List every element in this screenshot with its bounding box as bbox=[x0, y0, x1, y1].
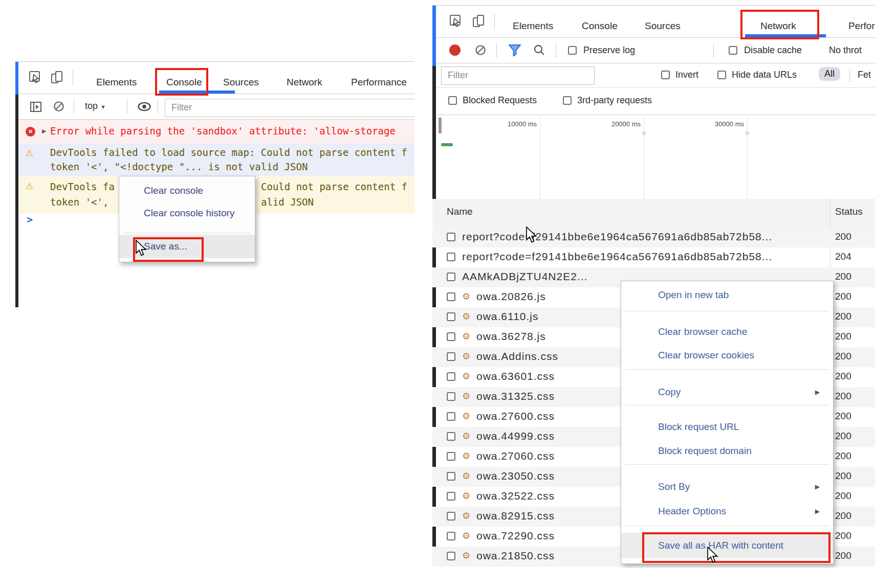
clear-icon[interactable] bbox=[475, 44, 487, 58]
row-checkbox[interactable] bbox=[447, 452, 455, 461]
expand-triangle-icon[interactable]: ▶ bbox=[42, 128, 46, 134]
row-checkbox[interactable] bbox=[447, 472, 455, 481]
network-context-menu: Open in new tab Clear browser cache Clea… bbox=[621, 281, 834, 564]
console-toolbar: top ▼ Filter bbox=[18, 94, 414, 120]
context-selector[interactable]: top ▼ bbox=[85, 101, 106, 111]
row-checkbox[interactable] bbox=[447, 372, 455, 381]
divider bbox=[127, 100, 127, 114]
divider bbox=[158, 100, 158, 114]
network-row[interactable]: report?code=f29141bbe6e1964ca567691a6db8… bbox=[432, 228, 875, 247]
row-checkbox[interactable] bbox=[447, 492, 455, 501]
inspect-icon[interactable] bbox=[29, 71, 42, 86]
hide-data-urls-checkbox[interactable] bbox=[717, 71, 726, 79]
row-checkbox[interactable] bbox=[447, 392, 455, 401]
error-message: Error while parsing the 'sandbox' attrib… bbox=[50, 125, 396, 137]
console-filter-input[interactable]: Filter bbox=[165, 99, 414, 117]
timeline-tick-label: 20000 ms bbox=[595, 120, 641, 128]
request-name: owa.72290.css bbox=[476, 530, 555, 542]
status-column-header[interactable]: Status bbox=[835, 206, 863, 217]
row-checkbox[interactable] bbox=[447, 312, 455, 321]
tab-elements[interactable]: Elements bbox=[513, 20, 553, 32]
menu-item-copy[interactable]: Copy ▶ bbox=[621, 381, 833, 403]
devtools-console-panel: Elements Console Sources Network Perform… bbox=[15, 61, 414, 307]
overview-scrubber[interactable] bbox=[439, 118, 442, 133]
clear-console-icon[interactable] bbox=[53, 101, 65, 115]
request-status: 200 bbox=[835, 311, 851, 322]
menu-item-open-in-new-tab[interactable]: Open in new tab bbox=[621, 284, 833, 306]
console-warning-row[interactable]: ⚠ DevTools failed to load source map: Co… bbox=[18, 144, 414, 176]
filter-all-pill[interactable]: All bbox=[819, 67, 840, 81]
invert-label[interactable]: Invert bbox=[675, 70, 698, 80]
invert-checkbox[interactable] bbox=[661, 71, 670, 79]
menu-separator bbox=[625, 526, 829, 526]
menu-item-clear-console-history[interactable]: Clear console history bbox=[119, 202, 255, 224]
menu-separator bbox=[123, 233, 251, 233]
request-name: report?code=f29141bbe6e1964ca567691a6db8… bbox=[462, 251, 772, 263]
warning-message-fragment: token '<', bbox=[50, 196, 108, 208]
menu-item-header-options[interactable]: Header Options ▶ bbox=[621, 500, 833, 523]
device-toolbar-icon[interactable] bbox=[472, 14, 486, 30]
row-checkbox[interactable] bbox=[447, 292, 455, 301]
row-checkbox[interactable] bbox=[447, 253, 455, 261]
row-checkbox[interactable] bbox=[447, 332, 455, 341]
console-prompt[interactable]: > bbox=[27, 213, 33, 225]
network-filter-input[interactable]: Filter bbox=[441, 66, 595, 85]
search-icon[interactable] bbox=[533, 44, 545, 58]
request-status: 200 bbox=[835, 490, 851, 502]
row-checkbox[interactable] bbox=[447, 532, 455, 540]
disable-cache-label[interactable]: Disable cache bbox=[744, 45, 802, 56]
tab-sources[interactable]: Sources bbox=[645, 20, 681, 32]
name-column-header[interactable]: Name bbox=[447, 206, 473, 217]
row-checkbox[interactable] bbox=[447, 552, 455, 560]
third-party-checkbox[interactable] bbox=[563, 96, 572, 105]
preserve-log-label[interactable]: Preserve log bbox=[583, 45, 635, 56]
menu-item-clear-browser-cache[interactable]: Clear browser cache bbox=[621, 321, 833, 343]
file-gear-icon: ⚙ bbox=[462, 291, 470, 302]
menu-separator bbox=[625, 464, 829, 465]
inspect-icon[interactable] bbox=[449, 14, 463, 30]
device-toolbar-icon[interactable] bbox=[50, 71, 64, 86]
timeline-overview[interactable]: 10000 ms 20000 ms 30000 ms bbox=[438, 115, 875, 200]
row-checkbox[interactable] bbox=[447, 233, 455, 241]
filter-fetch-xhr[interactable]: Fet bbox=[858, 70, 871, 80]
tab-console[interactable]: Console bbox=[582, 20, 618, 32]
divider bbox=[496, 43, 497, 58]
tab-network[interactable]: Network bbox=[287, 77, 322, 88]
menu-item-clear-console[interactable]: Clear console bbox=[119, 179, 255, 202]
row-checkbox[interactable] bbox=[447, 352, 455, 361]
menu-item-sort-by[interactable]: Sort By ▶ bbox=[621, 476, 833, 498]
eye-icon[interactable] bbox=[137, 102, 151, 114]
network-row[interactable]: report?code=f29141bbe6e1964ca567691a6db8… bbox=[432, 247, 875, 267]
tab-performance[interactable]: Perform bbox=[848, 20, 875, 32]
request-name: owa.23050.css bbox=[476, 470, 555, 482]
console-error-row[interactable]: ✕ ▶ Error while parsing the 'sandbox' at… bbox=[18, 120, 414, 144]
row-checkbox[interactable] bbox=[447, 512, 455, 521]
filter-placeholder: Filter bbox=[448, 70, 468, 81]
menu-item-clear-browser-cookies[interactable]: Clear browser cookies bbox=[621, 344, 833, 367]
preserve-log-checkbox[interactable] bbox=[568, 46, 577, 55]
tab-sources[interactable]: Sources bbox=[223, 77, 259, 88]
request-status: 200 bbox=[835, 530, 851, 541]
record-icon[interactable] bbox=[449, 44, 461, 56]
hide-data-urls-label[interactable]: Hide data URLs bbox=[732, 70, 797, 80]
menu-item-block-request-domain[interactable]: Block request domain bbox=[621, 440, 833, 462]
divider bbox=[713, 43, 714, 58]
warning-message-fragment: alid JSON bbox=[261, 196, 314, 208]
tab-elements[interactable]: Elements bbox=[96, 77, 137, 88]
disable-cache-checkbox[interactable] bbox=[729, 46, 737, 55]
filter-funnel-icon[interactable] bbox=[508, 44, 522, 59]
row-checkbox[interactable] bbox=[447, 432, 455, 441]
row-checkbox[interactable] bbox=[447, 412, 455, 421]
blocked-requests-label[interactable]: Blocked Requests bbox=[463, 95, 537, 106]
tab-performance[interactable]: Performance bbox=[351, 77, 407, 88]
request-name: owa.36278.js bbox=[476, 330, 546, 343]
blocked-requests-checkbox[interactable] bbox=[448, 96, 457, 105]
third-party-label[interactable]: 3rd-party requests bbox=[577, 95, 652, 106]
file-gear-icon: ⚙ bbox=[462, 450, 470, 462]
console-sidebar-icon[interactable] bbox=[30, 101, 42, 115]
row-checkbox[interactable] bbox=[447, 273, 455, 281]
menu-item-block-request-url[interactable]: Block request URL bbox=[621, 416, 833, 438]
throttling-dropdown[interactable]: No throt bbox=[829, 45, 862, 56]
chevron-down-icon: ▼ bbox=[100, 104, 106, 110]
request-name: owa.32522.css bbox=[476, 490, 555, 502]
